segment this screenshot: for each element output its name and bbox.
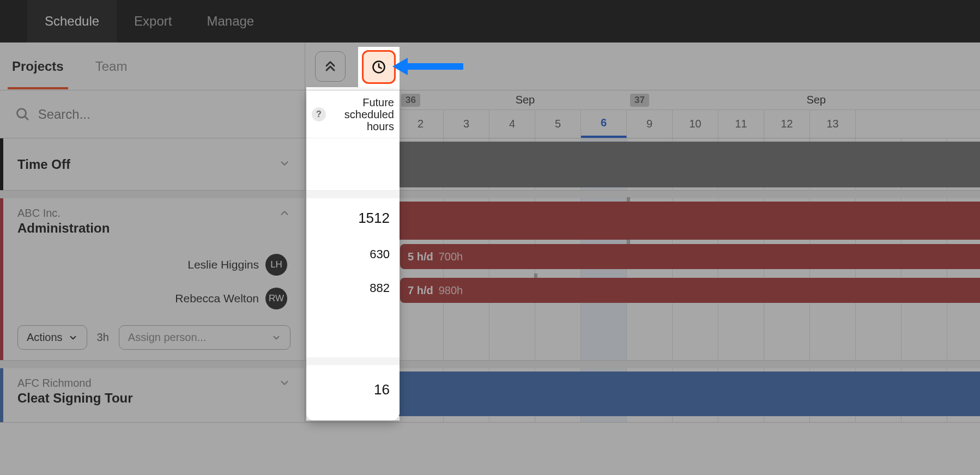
project-hours: 16 (372, 387, 388, 404)
hours-cell: 16 (305, 368, 398, 422)
project-hours: 1512 (356, 210, 388, 227)
hours-cells: 1512 630 882 (305, 198, 398, 360)
svg-marker-4 (392, 58, 408, 75)
person-hours: 882 (367, 281, 388, 295)
person-hours: 630 (367, 247, 388, 261)
arrow-left-icon (392, 54, 463, 78)
hours-toggle-button[interactable] (362, 50, 396, 84)
tutorial-arrow (392, 54, 463, 78)
clock-icon (371, 59, 386, 75)
hours-cell (305, 138, 398, 190)
